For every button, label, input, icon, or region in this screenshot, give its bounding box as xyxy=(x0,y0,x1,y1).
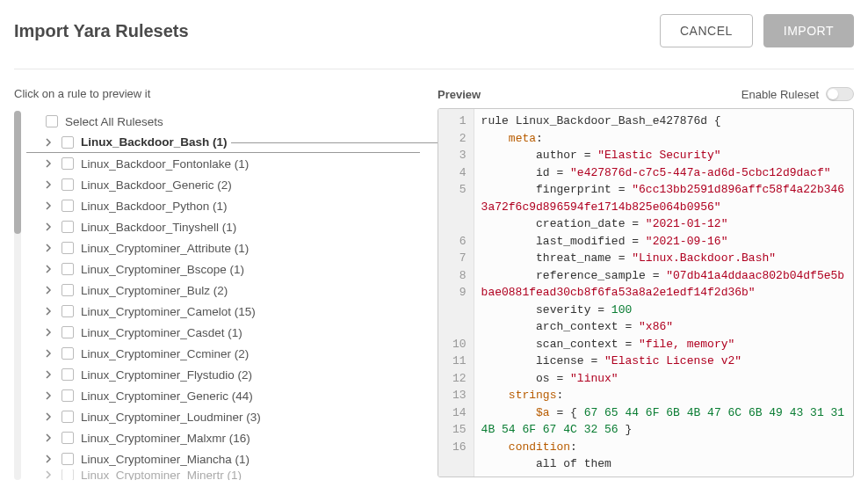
rule-row[interactable]: Linux_Cryptominer_Flystudio (2) xyxy=(26,364,420,385)
chevron-right-icon[interactable] xyxy=(42,136,54,149)
select-all-row[interactable]: Select All Rulesets xyxy=(26,111,420,132)
page-title: Import Yara Rulesets xyxy=(14,21,189,41)
scrollbar-thumb[interactable] xyxy=(14,111,21,234)
rule-list: Select All Rulesets Linux_Backdoor_Bash … xyxy=(26,111,420,480)
rule-checkbox[interactable] xyxy=(61,263,74,275)
rule-label: Linux_Cryptominer_Attribute (1) xyxy=(81,242,249,255)
chevron-right-icon[interactable] xyxy=(42,432,54,444)
rule-row[interactable]: Linux_Cryptominer_Malxmr (16) xyxy=(26,427,420,448)
select-all-checkbox[interactable] xyxy=(46,115,58,127)
rule-label: Linux_Cryptominer_Bscope (1) xyxy=(81,263,244,276)
chevron-right-icon[interactable] xyxy=(42,347,54,360)
chevron-right-icon[interactable] xyxy=(42,411,54,423)
rule-row[interactable]: Linux_Backdoor_Fontonlake (1) xyxy=(26,153,420,174)
rule-row[interactable]: Linux_Cryptominer_Loudminer (3) xyxy=(26,406,420,427)
rule-checkbox[interactable] xyxy=(61,178,74,191)
rule-label: Linux_Cryptominer_Flystudio (2) xyxy=(81,368,252,382)
rule-row[interactable]: Linux_Backdoor_Tinyshell (1) xyxy=(26,216,420,237)
rule-row[interactable]: Linux_Cryptominer_Miancha (1) xyxy=(26,448,420,469)
enable-ruleset-toggle[interactable] xyxy=(826,87,854,101)
rule-row[interactable]: Linux_Backdoor_Python (1) xyxy=(26,195,420,216)
rule-checkbox[interactable] xyxy=(61,157,74,170)
chevron-right-icon[interactable] xyxy=(42,200,54,212)
rule-label: Linux_Backdoor_Python (1) xyxy=(81,200,228,213)
preview-label: Preview xyxy=(438,88,481,101)
select-all-label: Select All Rulesets xyxy=(65,115,163,128)
rule-checkbox[interactable] xyxy=(61,347,74,360)
rule-label: Linux_Backdoor_Generic (2) xyxy=(81,178,232,192)
rule-label: Linux_Cryptominer_Malxmr (16) xyxy=(81,432,250,445)
chevron-right-icon[interactable] xyxy=(42,453,54,465)
rule-checkbox[interactable] xyxy=(61,136,74,149)
enable-ruleset-label: Enable Ruleset xyxy=(741,88,819,101)
rule-row[interactable]: Linux_Cryptominer_Minertr (1) xyxy=(26,469,420,480)
rule-row[interactable]: Linux_Cryptominer_Bulz (2) xyxy=(26,280,420,301)
rule-label: Linux_Cryptominer_Ccminer (2) xyxy=(81,347,249,360)
rule-checkbox[interactable] xyxy=(61,368,74,381)
rule-label: Linux_Cryptominer_Camelot (15) xyxy=(81,305,256,318)
rule-checkbox[interactable] xyxy=(61,326,74,338)
chevron-right-icon[interactable] xyxy=(42,305,54,317)
chevron-right-icon[interactable] xyxy=(42,178,54,191)
rule-checkbox[interactable] xyxy=(61,305,74,317)
chevron-right-icon[interactable] xyxy=(42,368,54,381)
rule-label: Linux_Backdoor_Tinyshell (1) xyxy=(81,221,236,234)
rule-row[interactable]: Linux_Cryptominer_Casdet (1) xyxy=(26,322,420,343)
rule-checkbox[interactable] xyxy=(61,221,74,233)
chevron-right-icon[interactable] xyxy=(42,157,54,170)
rule-label: Linux_Cryptominer_Loudminer (3) xyxy=(81,411,261,424)
chevron-right-icon[interactable] xyxy=(42,263,54,275)
rule-label: Linux_Cryptominer_Casdet (1) xyxy=(81,326,242,339)
rule-label: Linux_Cryptominer_Bulz (2) xyxy=(81,284,228,297)
connector-line xyxy=(231,142,438,143)
rule-checkbox[interactable] xyxy=(61,469,74,480)
chevron-right-icon[interactable] xyxy=(42,469,54,480)
chevron-right-icon[interactable] xyxy=(42,326,54,338)
import-button[interactable]: IMPORT xyxy=(763,14,854,47)
chevron-right-icon[interactable] xyxy=(42,389,54,402)
hint-text: Click on a rule to preview it xyxy=(14,87,420,100)
rule-checkbox[interactable] xyxy=(61,284,74,296)
chevron-right-icon[interactable] xyxy=(42,221,54,233)
rule-row[interactable]: Linux_Cryptominer_Attribute (1) xyxy=(26,237,420,258)
rule-label: Linux_Cryptominer_Generic (44) xyxy=(81,389,253,403)
rule-checkbox[interactable] xyxy=(61,411,74,423)
rule-label: Linux_Cryptominer_Miancha (1) xyxy=(81,453,250,466)
chevron-right-icon[interactable] xyxy=(42,242,54,254)
rule-row[interactable]: Linux_Cryptominer_Generic (44) xyxy=(26,385,420,406)
rule-checkbox[interactable] xyxy=(61,453,74,465)
rule-row[interactable]: Linux_Backdoor_Generic (2) xyxy=(26,174,420,195)
rule-row[interactable]: Linux_Cryptominer_Bscope (1) xyxy=(26,258,420,280)
chevron-right-icon[interactable] xyxy=(42,284,54,296)
code-preview: 12345678910111213141516171819 rule Linux… xyxy=(438,108,854,477)
rule-label: Linux_Cryptominer_Minertr (1) xyxy=(81,469,242,480)
rule-checkbox[interactable] xyxy=(61,200,74,212)
rule-checkbox[interactable] xyxy=(61,432,74,444)
rule-label: Linux_Backdoor_Fontonlake (1) xyxy=(81,157,249,171)
rule-checkbox[interactable] xyxy=(61,389,74,402)
cancel-button[interactable]: CANCEL xyxy=(660,14,753,47)
rule-checkbox[interactable] xyxy=(61,242,74,254)
rule-label: Linux_Backdoor_Bash (1) xyxy=(81,135,228,149)
rule-row[interactable]: Linux_Cryptominer_Ccminer (2) xyxy=(26,343,420,364)
scrollbar-track[interactable] xyxy=(14,111,21,480)
rule-row[interactable]: Linux_Cryptominer_Camelot (15) xyxy=(26,301,420,322)
